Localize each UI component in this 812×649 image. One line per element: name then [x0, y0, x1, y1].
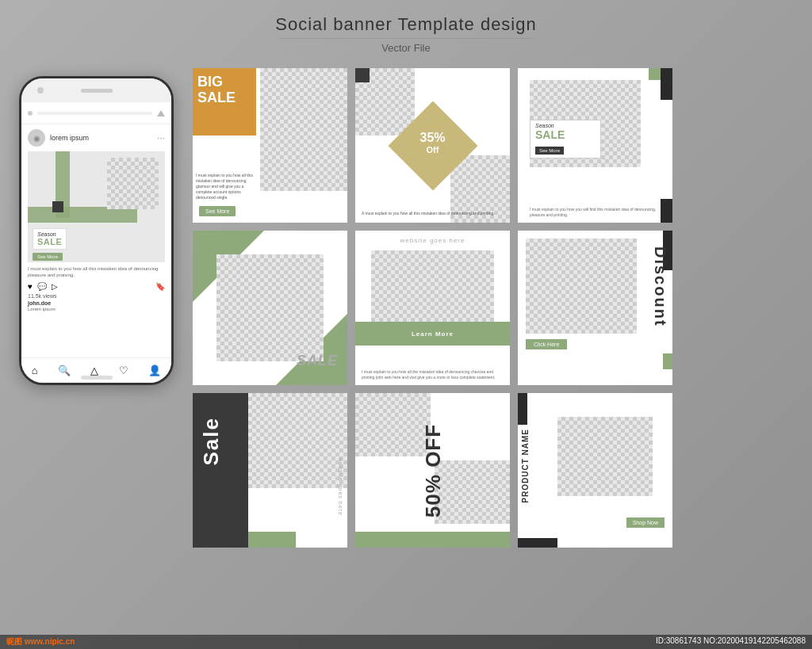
b2-corner: [355, 68, 370, 82]
b3-cta[interactable]: See More: [535, 147, 564, 155]
nav-icon: [157, 110, 165, 116]
page-container: Social banner Template design Vector Fil…: [0, 0, 812, 649]
banner-8: 50% OFF I must explain to you how all th…: [355, 393, 510, 548]
b3-dark-br: [661, 199, 672, 223]
b3-green-rect: [649, 68, 661, 80]
banner-4: SALE: [193, 231, 347, 385]
b3-dark-top: [661, 68, 672, 100]
b3-sale-box: Season SALE See More: [530, 120, 601, 158]
b2-percent: 35% Off: [419, 131, 445, 155]
b8-green-bar: [355, 532, 510, 548]
phone-views: 11.5k views: [28, 293, 165, 299]
watermark-id: ID:30861743 NO:20200419142205462088: [656, 636, 806, 647]
b5-website: website goes here: [400, 237, 465, 244]
b4-checker: [216, 254, 324, 361]
phone-user2-caption: Lorem ipsum: [28, 306, 165, 312]
b1-headline: BIG SALE: [197, 74, 236, 106]
banner-3: Season SALE See More I must explain to y…: [518, 68, 672, 223]
bookmark-icon[interactable]: 🔖: [155, 282, 165, 291]
profile-icon[interactable]: 👤: [148, 365, 161, 376]
b8-label: 50% OFF: [420, 423, 445, 517]
comment-icon[interactable]: 💬: [37, 282, 47, 291]
b6-discount: Discount: [651, 246, 669, 327]
b9-checker: [557, 417, 653, 496]
b2-body: A must explain to you how all this mista…: [362, 211, 495, 216]
b5-green-bar: Learn More: [355, 322, 510, 345]
b3-body: I must explain to you how you will find …: [530, 207, 657, 218]
banner-grid: BIG SALE I must explain to you how all t…: [193, 68, 793, 548]
post-season-label: Season: [37, 231, 62, 237]
b9-cta[interactable]: Shop Now: [626, 517, 665, 528]
avatar: ◉: [28, 129, 45, 147]
heart-icon[interactable]: ♥: [28, 282, 33, 291]
camera-icon: [28, 111, 33, 116]
banner-5: website goes here Learn More I must expl…: [355, 231, 510, 385]
post-sale-box: Season SALE: [33, 228, 67, 250]
b5-checker: [371, 250, 494, 330]
header: Social banner Template design Vector Fil…: [275, 0, 536, 60]
b7-checker: [248, 393, 347, 488]
b9-dark-bottom: [518, 538, 557, 548]
b1-cta[interactable]: See More: [199, 206, 236, 216]
more-dots-icon[interactable]: ···: [157, 132, 165, 143]
nipic-logo: 昵图 www.nipic.cn: [6, 636, 75, 647]
b7-sale: Sale: [199, 417, 224, 466]
phone-actions: ♥ 💬 ▷ 🔖: [28, 282, 165, 291]
b1-sale: SALE: [197, 90, 236, 105]
phone-content: ◉ lorem ipsum ··· Season SALE See More I…: [21, 124, 171, 320]
toolbar-line: [37, 112, 152, 115]
watermark-bar: 昵图 www.nipic.cn ID:30861743 NO:202004191…: [0, 635, 812, 649]
heart-nav-icon[interactable]: ♡: [119, 365, 128, 376]
b3-sale: SALE: [535, 128, 596, 141]
phone-speaker: [81, 89, 113, 93]
b5-body: I must explain to you how all the mistak…: [362, 369, 504, 380]
b9-product: PRODUCT NAME: [521, 429, 530, 503]
b7-website: website goes here: [338, 457, 343, 516]
post-dark-square: [52, 201, 63, 212]
b6-checker: [526, 239, 637, 334]
b1-body: I must explain to you how all this mista…: [193, 173, 256, 200]
banner-7: Sale website goes here: [193, 393, 347, 548]
phone-toolbar: [21, 102, 171, 124]
b4-sale-text: SALE: [297, 353, 338, 369]
search-icon[interactable]: 🔍: [58, 365, 71, 376]
phone-post-image: Season SALE See More: [28, 151, 165, 262]
home-icon[interactable]: ⌂: [32, 365, 38, 376]
post-see-more-btn[interactable]: See More: [33, 253, 63, 261]
b1-checker: [260, 68, 347, 191]
b7-green-rect: [248, 532, 296, 548]
banner-9: PRODUCT NAME Shop Now: [518, 393, 672, 548]
add-icon[interactable]: △: [90, 365, 98, 376]
b5-cta[interactable]: Learn More: [412, 330, 454, 338]
header-divider: [279, 38, 533, 39]
phone-username: lorem ipsum: [50, 134, 89, 142]
header-title: Social banner Template design: [275, 14, 536, 35]
phone-user2: john.doe: [28, 300, 165, 306]
phone-caption: I must explain to you how all this mista…: [28, 265, 165, 279]
phone-top-bar: [21, 78, 171, 102]
banner-6: Discount Click Here: [518, 231, 672, 385]
banner-2: 35% Off A must explain to you how all th…: [355, 68, 510, 223]
b6-cta[interactable]: Click Here: [526, 339, 567, 349]
post-sale-text: SALE: [37, 237, 62, 246]
share-icon[interactable]: ▷: [52, 282, 58, 291]
phone-camera-icon: [37, 87, 44, 94]
b8-checker-tl: [355, 393, 431, 456]
b6-green-rect: [663, 353, 672, 369]
b8-checker-br: [435, 460, 510, 524]
post-checker: [107, 158, 159, 209]
b3-season: Season: [535, 123, 596, 128]
banner-1: BIG SALE I must explain to you how all t…: [193, 68, 347, 223]
phone-profile-row: ◉ lorem ipsum ···: [28, 129, 165, 147]
phone-mockup: ◉ lorem ipsum ··· Season SALE See More I…: [19, 76, 174, 385]
post-green-bar-h: [28, 207, 137, 223]
main-content: ◉ lorem ipsum ··· Season SALE See More I…: [0, 60, 812, 555]
b1-big: BIG: [197, 74, 223, 90]
b9-dark-tl: [518, 393, 527, 425]
header-subtitle: Vector File: [275, 42, 536, 54]
home-indicator: [81, 376, 113, 380]
